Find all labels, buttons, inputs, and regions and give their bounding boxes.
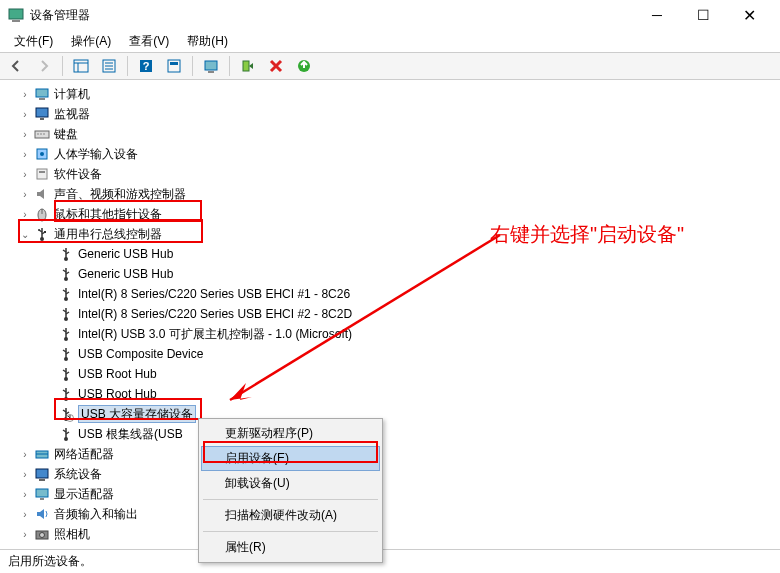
tree-item[interactable]: Intel(R) USB 3.0 可扩展主机控制器 - 1.0 (Microso… <box>10 324 780 344</box>
expand-icon[interactable]: › <box>18 467 32 481</box>
svg-point-63 <box>40 533 45 538</box>
back-button[interactable] <box>4 54 28 78</box>
titlebar: 设备管理器 ─ ☐ ✕ <box>0 0 780 30</box>
tree-item[interactable]: USB Root Hub <box>10 364 780 384</box>
expand-icon[interactable]: › <box>18 207 32 221</box>
expand-icon[interactable]: › <box>18 507 32 521</box>
tree-item[interactable]: ›照相机 <box>10 524 780 544</box>
expand-icon[interactable]: › <box>18 487 32 501</box>
tree-item[interactable]: › 鼠标和其他指针设备 <box>10 204 780 224</box>
software-icon <box>34 166 50 182</box>
tree-item[interactable]: › 声音、视频和游戏控制器 <box>10 184 780 204</box>
forward-button[interactable] <box>32 54 56 78</box>
properties2-button[interactable] <box>162 54 186 78</box>
minimize-button[interactable]: ─ <box>634 0 680 30</box>
menu-action[interactable]: 操作(A) <box>63 31 119 52</box>
scan-hardware-button[interactable] <box>199 54 223 78</box>
usb-icon <box>58 246 74 262</box>
tree-item[interactable]: ›音频输入和输出 <box>10 504 780 524</box>
svg-point-22 <box>37 133 38 134</box>
tree-item[interactable]: ›显示适配器 <box>10 484 780 504</box>
menu-uninstall-device[interactable]: 卸载设备(U) <box>201 471 380 496</box>
usb-icon <box>58 266 74 282</box>
usb-icon <box>58 366 74 382</box>
display-icon <box>34 486 50 502</box>
tree-label: 显示适配器 <box>54 486 114 503</box>
show-hide-tree-button[interactable] <box>69 54 93 78</box>
tree-item[interactable]: Generic USB Hub <box>10 264 780 284</box>
properties-button[interactable] <box>97 54 121 78</box>
menu-view[interactable]: 查看(V) <box>121 31 177 52</box>
update-driver-button[interactable] <box>292 54 316 78</box>
svg-rect-15 <box>243 61 249 71</box>
tree-item-usb-controllers[interactable]: ⌄ 通用串行总线控制器 <box>10 224 780 244</box>
context-menu: 更新驱动程序(P) 启用设备(E) 卸载设备(U) 扫描检测硬件改动(A) 属性… <box>198 418 383 563</box>
menu-scan-hardware[interactable]: 扫描检测硬件改动(A) <box>201 503 380 528</box>
tree-item[interactable]: › 键盘 <box>10 124 780 144</box>
device-tree[interactable]: › 计算机 › 监视器 › 键盘 › 人体学输入设备 › 软件设备 › 声音、视… <box>0 80 780 550</box>
statusbar: 启用所选设备。 <box>0 550 780 572</box>
help-button[interactable]: ? <box>134 54 158 78</box>
tree-label: 照相机 <box>54 526 90 543</box>
tree-item[interactable]: ›系统设备 <box>10 464 780 484</box>
tree-item[interactable]: USB Composite Device <box>10 344 780 364</box>
expand-icon[interactable]: › <box>18 107 32 121</box>
app-icon <box>8 7 24 23</box>
tree-item[interactable]: Intel(R) 8 Series/C220 Series USB EHCI #… <box>10 304 780 324</box>
tree-label: 鼠标和其他指针设备 <box>54 206 162 223</box>
svg-rect-58 <box>36 469 48 478</box>
tree-item[interactable]: › 软件设备 <box>10 164 780 184</box>
svg-rect-14 <box>208 71 214 73</box>
usb-icon <box>58 306 74 322</box>
collapse-icon[interactable]: ⌄ <box>18 227 32 241</box>
expand-icon[interactable]: › <box>18 127 32 141</box>
tree-item[interactable]: Generic USB Hub <box>10 244 780 264</box>
computer-icon <box>34 86 50 102</box>
expand-icon[interactable]: › <box>18 187 32 201</box>
hid-icon <box>34 146 50 162</box>
tree-item[interactable]: › 人体学输入设备 <box>10 144 780 164</box>
svg-point-24 <box>43 133 44 134</box>
usb-icon <box>58 346 74 362</box>
maximize-button[interactable]: ☐ <box>680 0 726 30</box>
svg-point-33 <box>38 229 40 231</box>
expand-icon[interactable]: › <box>18 147 32 161</box>
tree-label: 音频输入和输出 <box>54 506 138 523</box>
close-button[interactable]: ✕ <box>726 0 772 30</box>
tree-item[interactable]: › 监视器 <box>10 104 780 124</box>
usb-icon <box>58 286 74 302</box>
usb-disabled-icon <box>58 406 74 422</box>
expand-icon[interactable]: › <box>18 87 32 101</box>
audio-icon <box>34 506 50 522</box>
tree-item[interactable]: USB 根集线器(USB <box>10 424 780 444</box>
svg-rect-60 <box>36 489 48 497</box>
tree-item[interactable]: USB Root Hub <box>10 384 780 404</box>
tree-item[interactable]: › 计算机 <box>10 84 780 104</box>
tree-label: 通用串行总线控制器 <box>54 226 162 243</box>
menu-separator <box>203 531 378 532</box>
tree-label: 人体学输入设备 <box>54 146 138 163</box>
menu-help[interactable]: 帮助(H) <box>179 31 236 52</box>
expand-icon[interactable]: › <box>18 447 32 461</box>
tree-label: 软件设备 <box>54 166 102 183</box>
tree-item[interactable]: Intel(R) 8 Series/C220 Series USB EHCI #… <box>10 284 780 304</box>
tree-label: 监视器 <box>54 106 90 123</box>
expand-icon[interactable]: › <box>18 527 32 541</box>
svg-rect-17 <box>36 89 48 97</box>
enable-device-button[interactable] <box>236 54 260 78</box>
tree-item[interactable]: ›网络适配器 <box>10 444 780 464</box>
menubar: 文件(F) 操作(A) 查看(V) 帮助(H) <box>0 30 780 52</box>
tree-item-usb-mass-storage[interactable]: USB 大容量存储设备 <box>10 404 780 424</box>
svg-rect-59 <box>39 479 45 481</box>
tree-label: USB Root Hub <box>78 387 157 401</box>
svg-point-26 <box>40 152 44 156</box>
svg-rect-2 <box>74 60 88 72</box>
disable-device-button[interactable] <box>264 54 288 78</box>
menu-enable-device[interactable]: 启用设备(E) <box>201 446 380 471</box>
menu-file[interactable]: 文件(F) <box>6 31 61 52</box>
tree-label: Generic USB Hub <box>78 247 173 261</box>
menu-update-driver[interactable]: 更新驱动程序(P) <box>201 421 380 446</box>
tree-label: USB Root Hub <box>78 367 157 381</box>
menu-properties[interactable]: 属性(R) <box>201 535 380 560</box>
expand-icon[interactable]: › <box>18 167 32 181</box>
